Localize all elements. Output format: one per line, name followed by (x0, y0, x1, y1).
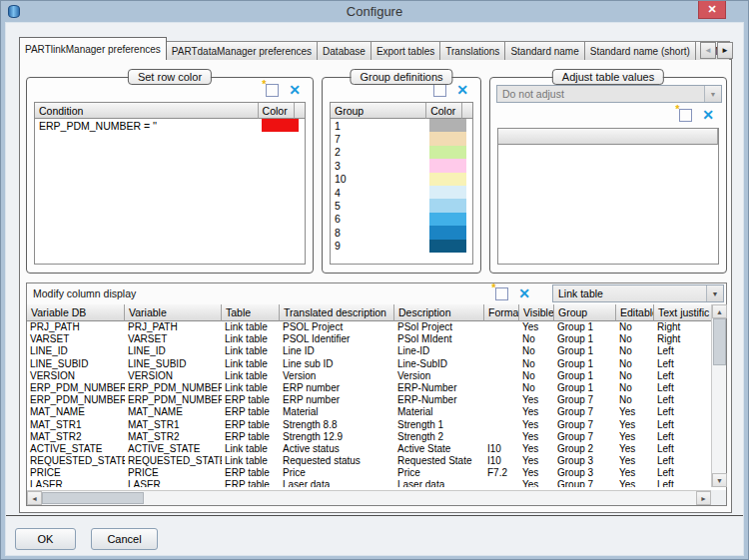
column-header[interactable]: Visible (519, 304, 554, 321)
group-row[interactable]: 3 (331, 159, 472, 172)
group-label: 9 (331, 240, 429, 253)
cell-table: Link table (222, 333, 280, 345)
cell-description: Material (394, 406, 484, 418)
group-row[interactable]: 1 (331, 119, 472, 132)
new-entry-icon[interactable]: * (495, 287, 508, 300)
tab-label: Export tables (376, 46, 434, 57)
adjust-mode-dropdown[interactable]: Do not adjust ▼ (496, 85, 722, 103)
column-header[interactable]: Format (484, 304, 519, 321)
group-label: 1 (331, 119, 429, 132)
column-header[interactable]: Variable (125, 304, 222, 321)
table-row[interactable]: LINE_ID LINE_ID Link table Line ID Line-… (27, 345, 711, 357)
horizontal-scrollbar[interactable]: ◄ ► (27, 490, 711, 505)
table-row[interactable]: VARSET VARSET Link table PSOL Identifier… (27, 333, 711, 345)
header-strip (462, 103, 472, 119)
table-selector-value: Link table (558, 287, 603, 299)
table-row[interactable]: REQUESTED_STATE REQUESTED_STATE Link tab… (27, 455, 711, 467)
table-row[interactable]: MAT_STR1 MAT_STR1 ERP table Strength 8.8… (27, 419, 711, 431)
cell-table: Link table (222, 321, 280, 333)
group-label: 5 (331, 199, 429, 212)
column-header[interactable]: Description (394, 304, 484, 321)
tab[interactable]: Database (317, 41, 372, 60)
cell-translated-description: ERP number (280, 394, 394, 406)
cell-editable: No (616, 370, 654, 382)
cell-table: Link table (222, 345, 280, 357)
new-entry-icon[interactable]: * (433, 84, 446, 97)
new-entry-icon[interactable]: * (266, 84, 279, 97)
cell-editable: No (616, 333, 654, 345)
delete-icon[interactable]: ✕ (518, 287, 530, 300)
cell-variable-db: MAT_NAME (27, 406, 125, 418)
table-row[interactable]: VERSION VERSION Link table Version Versi… (27, 370, 711, 382)
group-row[interactable]: 5 (331, 199, 472, 212)
tab-label: Database (323, 46, 366, 57)
cell-visible: No (519, 345, 554, 357)
cell-group: Group 1 (554, 345, 616, 357)
tab-label: Standard name (short) (590, 46, 690, 57)
cell-variable: LASER (125, 479, 222, 487)
tab[interactable]: PARTdataManager preferences (166, 41, 318, 60)
delete-icon[interactable]: ✕ (456, 84, 468, 97)
cell-variable-db: ERP_PDM_NUMBER (27, 394, 125, 406)
tab-scroll-right-button[interactable]: ► (717, 42, 733, 59)
scroll-left-button[interactable]: ◄ (27, 491, 42, 505)
empty-header (498, 129, 718, 145)
table-row[interactable]: ERP_PDM_NUMBER ERP_PDM_NUMBER ERP table … (27, 394, 711, 406)
column-header[interactable]: Group (554, 304, 616, 321)
cell-editable: No (616, 382, 654, 394)
row-color-row[interactable]: ERP_PDM_NUMBER = '' (35, 119, 305, 132)
group-row[interactable]: 4 (331, 186, 472, 199)
cell-group: Group 7 (554, 479, 616, 487)
tab-bar: PARTlinkManager preferences PARTdataMana… (19, 37, 732, 60)
group-row[interactable]: 6 (331, 213, 472, 226)
tab[interactable]: Export tables (371, 41, 440, 60)
tab[interactable]: Standard name (short) (584, 41, 696, 60)
group-row[interactable]: 8 (331, 226, 472, 239)
group-row[interactable]: 2 (331, 146, 472, 159)
cell-variable: VERSION (125, 370, 222, 382)
cancel-button[interactable]: Cancel (91, 528, 158, 550)
tab[interactable]: Standard name (504, 41, 584, 60)
group-row[interactable]: 7 (331, 132, 472, 145)
cell-editable: No (616, 321, 654, 333)
table-row[interactable]: ACTIVE_STATE ACTIVE_STATE Link table Act… (27, 443, 711, 455)
tab[interactable]: PARTlinkManager preferences (19, 37, 167, 60)
group-row[interactable]: 10 (331, 173, 472, 186)
group-definitions-title: Group definitions (350, 69, 452, 85)
cell-description: PSol MIdent (394, 333, 484, 345)
table-row[interactable]: LASER LASER ERP table Laser data Laser d… (27, 479, 711, 487)
table-row[interactable]: PRJ_PATH PRJ_PATH Link table PSOL Projec… (27, 321, 711, 333)
cell-format (484, 431, 519, 443)
cell-variable: ERP_PDM_NUMBER (125, 394, 222, 406)
cell-variable-db: VARSET (27, 333, 125, 345)
adjust-values-table (497, 128, 719, 265)
ok-button[interactable]: OK (15, 528, 76, 550)
close-button[interactable]: ✕ (698, 0, 726, 19)
column-header[interactable]: Translated description (280, 304, 394, 321)
tab[interactable]: Translations (439, 41, 505, 60)
row-color-table: Condition Color ERP_PDM_NUMBER = '' (34, 102, 306, 265)
delete-icon[interactable]: ✕ (289, 84, 301, 97)
group-row[interactable]: 9 (331, 240, 472, 253)
cell-translated-description: ERP number (280, 382, 394, 394)
group-label: 4 (331, 186, 429, 199)
configure-dialog: Configure ✕ PARTlinkManager preferences … (0, 0, 749, 560)
tab-scroll-left-button[interactable]: ◄ (700, 42, 716, 59)
column-header[interactable]: Variable DB (27, 304, 125, 321)
table-row[interactable]: MAT_NAME MAT_NAME ERP table Material Mat… (27, 406, 711, 418)
cell-table: Link table (222, 443, 280, 455)
table-row[interactable]: PRICE PRICE ERP table Price Price F7.2 Y… (27, 467, 711, 479)
table-row[interactable]: MAT_STR2 MAT_STR2 ERP table Strength 12.… (27, 431, 711, 443)
column-header[interactable]: Table (222, 304, 280, 321)
cell-visible: No (519, 382, 554, 394)
column-header[interactable]: Editable (616, 304, 654, 321)
cell-group: Group 7 (554, 419, 616, 431)
adjust-table-values-title: Adjust table values (552, 69, 664, 85)
adjust-values-header (498, 129, 718, 145)
new-entry-icon[interactable]: * (679, 109, 692, 122)
cell-editable: Yes (616, 419, 654, 431)
cell-translated-description: Line ID (280, 345, 394, 357)
table-row[interactable]: LINE_SUBID LINE_SUBID Link table Line su… (27, 358, 711, 370)
horizontal-scrollbar-thumb[interactable] (42, 492, 144, 504)
table-row[interactable]: ERP_PDM_NUMBER ERP_PDM_NUMBER... Link ta… (27, 382, 711, 394)
